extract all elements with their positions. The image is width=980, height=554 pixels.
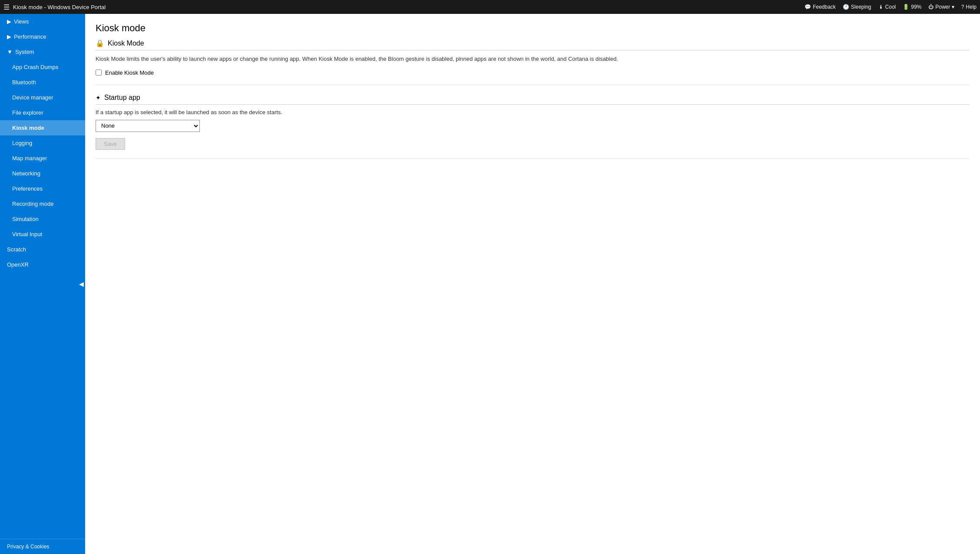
battery-indicator: 🔋 99% [903,4,921,10]
chevron-right-icon: ▶ [7,18,11,25]
page-title: Kiosk mode [96,23,970,34]
startup-icon: ✦ [96,94,101,101]
help-icon: ? [961,4,964,10]
window-title: Kiosk mode - Windows Device Portal [13,4,805,10]
sidebar-item-simulation[interactable]: Simulation [0,211,85,227]
feedback-icon: 💬 [805,4,811,10]
section-divider [96,85,970,85]
enable-kiosk-mode-label[interactable]: Enable Kiosk Mode [105,69,154,76]
kiosk-mode-heading: Kiosk Mode [108,40,144,47]
titlebar: ☰ Kiosk mode - Windows Device Portal 💬 F… [0,0,980,14]
sidebar-item-system[interactable]: ▼ System [0,44,85,59]
feedback-label: Feedback [813,4,836,10]
content-area: Kiosk mode 🔒 Kiosk Mode Kiosk Mode limit… [85,14,980,554]
nav-group-performance: ▶ Performance [0,29,85,44]
lock-icon: 🔒 [96,39,104,47]
startup-app-section: ✦ Startup app If a startup app is select… [96,94,970,150]
privacy-cookies-link[interactable]: Privacy & Cookies [0,539,85,554]
sidebar-item-openxr[interactable]: OpenXR [0,257,85,272]
chevron-down-icon: ▼ [7,49,13,55]
performance-label: Performance [14,33,46,40]
sidebar-item-networking[interactable]: Networking [0,166,85,181]
startup-app-section-header: ✦ Startup app [96,94,970,105]
kiosk-mode-section-header: 🔒 Kiosk Mode [96,39,970,50]
sidebar-item-logging[interactable]: Logging [0,135,85,151]
sidebar-item-scratch[interactable]: Scratch [0,242,85,257]
sidebar-item-device-manager[interactable]: Device manager [0,90,85,105]
power-button[interactable]: ⏻ Power ▾ [928,4,954,10]
main-layout: ◀ ▶ Views ▶ Performance ▼ System App Cra… [0,14,980,554]
sidebar: ◀ ▶ Views ▶ Performance ▼ System App Cra… [0,14,85,554]
sidebar-collapse-button[interactable]: ◀ [77,277,85,291]
kiosk-mode-description: Kiosk Mode limits the user's ability to … [96,55,970,63]
cool-button[interactable]: 🌡 Cool [878,4,896,10]
system-label: System [15,49,34,55]
sidebar-item-app-crash-dumps[interactable]: App Crash Dumps [0,59,85,75]
cool-label: Cool [885,4,896,10]
views-label: Views [14,18,29,25]
sidebar-item-bluetooth[interactable]: Bluetooth [0,75,85,90]
startup-app-dropdown[interactable]: None [96,120,200,132]
chevron-right-icon-perf: ▶ [7,33,11,40]
bottom-divider [96,158,970,159]
sidebar-item-map-manager[interactable]: Map manager [0,151,85,166]
nav-group-views: ▶ Views [0,14,85,29]
sidebar-item-recording-mode[interactable]: Recording mode [0,196,85,211]
sleeping-icon: 🕐 [843,4,849,10]
toolbar: 💬 Feedback 🕐 Sleeping 🌡 Cool 🔋 99% ⏻ Pow… [805,4,977,10]
help-button[interactable]: ? Help [961,4,977,10]
startup-app-description: If a startup app is selected, it will be… [96,109,970,115]
enable-kiosk-mode-row: Enable Kiosk Mode [96,69,970,76]
sidebar-item-file-explorer[interactable]: File explorer [0,105,85,120]
enable-kiosk-mode-checkbox[interactable] [96,69,102,76]
sidebar-item-virtual-input[interactable]: Virtual Input [0,227,85,242]
sleeping-label: Sleeping [851,4,871,10]
startup-app-heading: Startup app [104,94,140,102]
sidebar-item-kiosk-mode[interactable]: Kiosk mode [0,120,85,135]
save-button[interactable]: Save [96,138,125,150]
sidebar-item-views[interactable]: ▶ Views [0,14,85,29]
sidebar-item-preferences[interactable]: Preferences [0,181,85,196]
thermometer-icon: 🌡 [878,4,884,10]
power-label: Power ▾ [935,4,954,10]
battery-icon: 🔋 [903,4,909,10]
privacy-cookies-label: Privacy & Cookies [7,544,49,550]
sidebar-item-performance[interactable]: ▶ Performance [0,29,85,44]
help-label: Help [966,4,977,10]
nav-group-system: ▼ System App Crash Dumps Bluetooth Devic… [0,44,85,242]
menu-icon[interactable]: ☰ [3,3,10,11]
sleeping-button[interactable]: 🕐 Sleeping [843,4,871,10]
power-icon: ⏻ [928,4,934,10]
feedback-button[interactable]: 💬 Feedback [805,4,836,10]
battery-label: 99% [911,4,921,10]
